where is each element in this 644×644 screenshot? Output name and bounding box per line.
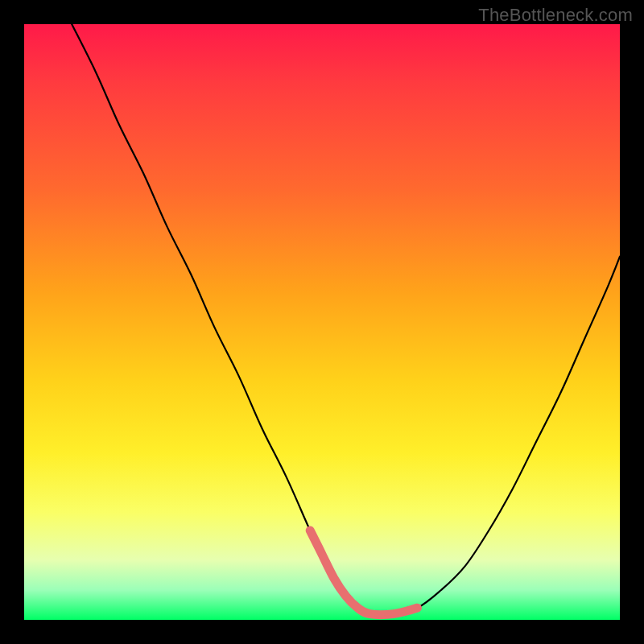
- plot-area: [24, 24, 620, 620]
- bottleneck-curve: [72, 24, 620, 615]
- optimal-range-marker: [310, 530, 417, 615]
- curve-layer: [24, 24, 620, 620]
- watermark-text: TheBottleneck.com: [478, 5, 633, 26]
- chart-frame: TheBottleneck.com: [0, 0, 644, 644]
